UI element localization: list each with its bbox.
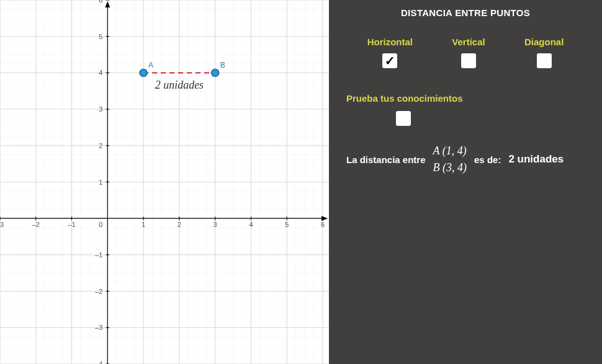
svg-point-143: [140, 69, 147, 76]
svg-text:–2: –2: [95, 288, 102, 295]
svg-text:0: 0: [99, 221, 102, 228]
quiz-section: Prueba tus conocimientos: [341, 93, 590, 126]
svg-text:–2: –2: [32, 221, 40, 228]
svg-text:5: 5: [285, 221, 289, 228]
coordinate-plot: –3–2–10123456–4–3–2–1123456 AB2 unidades: [0, 0, 329, 364]
checkbox-vertical[interactable]: [461, 53, 476, 68]
option-horizontal-label: Horizontal: [367, 37, 413, 47]
svg-text:2: 2: [177, 221, 181, 228]
svg-text:–4: –4: [95, 360, 102, 364]
direction-options: Horizontal ✓ Vertical Diagonal: [341, 37, 590, 68]
svg-text:6: 6: [99, 0, 102, 4]
svg-point-145: [212, 69, 219, 76]
option-diagonal: Diagonal: [524, 37, 564, 68]
svg-marker-102: [105, 1, 110, 7]
option-vertical: Vertical: [452, 37, 485, 68]
distance-sentence: La distancia entre A (1, 4) B (3, 4) es …: [341, 144, 590, 174]
distance-result: 2 unidades: [508, 153, 564, 166]
svg-text:–3: –3: [0, 221, 4, 228]
checkbox-diagonal[interactable]: [537, 53, 552, 68]
option-vertical-label: Vertical: [452, 37, 485, 47]
svg-text:A: A: [148, 61, 153, 69]
points-block: A (1, 4) B (3, 4): [433, 144, 467, 174]
svg-text:1: 1: [142, 221, 145, 228]
checkbox-horizontal[interactable]: ✓: [382, 53, 397, 68]
sidebar: DISTANCIA ENTRE PUNTOS Horizontal ✓ Vert…: [329, 0, 602, 364]
sentence-prefix: La distancia entre: [346, 154, 426, 165]
svg-text:2: 2: [99, 142, 102, 149]
svg-text:–1: –1: [95, 251, 102, 259]
svg-text:–3: –3: [95, 324, 102, 331]
quiz-label: Prueba tus conocimientos: [346, 93, 590, 104]
svg-text:5: 5: [99, 33, 102, 40]
graph-panel[interactable]: –3–2–10123456–4–3–2–1123456 AB2 unidades: [0, 0, 329, 364]
point-a-text: A (1, 4): [433, 144, 467, 158]
svg-text:3: 3: [99, 105, 102, 113]
svg-text:4: 4: [99, 69, 102, 76]
option-horizontal: Horizontal ✓: [367, 37, 413, 68]
svg-text:4: 4: [249, 221, 253, 228]
sentence-middle: es de:: [474, 154, 501, 165]
svg-text:2 unidades: 2 unidades: [155, 79, 204, 91]
checkbox-quiz[interactable]: [396, 111, 411, 126]
svg-text:B: B: [220, 61, 225, 69]
svg-text:6: 6: [321, 221, 325, 228]
svg-text:3: 3: [213, 221, 217, 228]
svg-text:1: 1: [99, 179, 102, 186]
option-diagonal-label: Diagonal: [524, 37, 564, 47]
svg-text:–1: –1: [68, 221, 75, 228]
point-b-text: B (3, 4): [433, 161, 467, 174]
title: DISTANCIA ENTRE PUNTOS: [341, 7, 590, 18]
